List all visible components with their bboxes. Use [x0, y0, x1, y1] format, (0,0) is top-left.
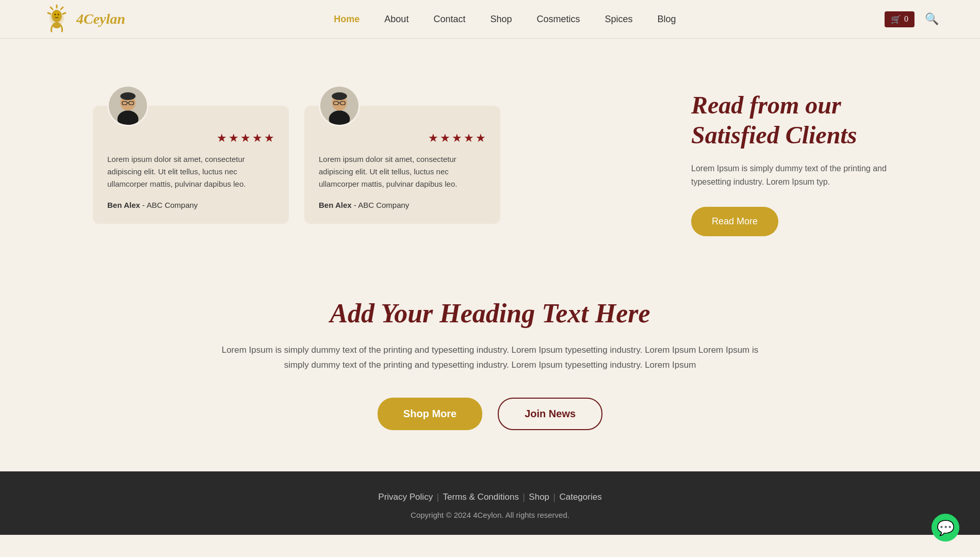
- testimonial-card-1: ★ ★ ★ ★ ★ Lorem ipsum dolor sit amet, co…: [93, 106, 289, 224]
- cart-button[interactable]: 🛒 0: [885, 11, 914, 27]
- shop-more-button[interactable]: Shop More: [378, 398, 482, 430]
- avatar-svg-1: [109, 85, 147, 126]
- star-1: ★: [217, 132, 227, 145]
- testimonials-heading-line2: Satisfied Clients: [691, 121, 857, 149]
- testimonials-right: Read from our Satisfied Clients Lorem Ip…: [671, 80, 887, 236]
- avatar-svg-2: [320, 85, 358, 126]
- nav-about[interactable]: About: [384, 14, 409, 25]
- header: 4Ceylan Home About Contact Shop Cosmetic…: [0, 0, 980, 39]
- testimonial-text-2: Lorem ipsum dolor sit amet, consectetur …: [319, 153, 486, 190]
- svg-point-10: [53, 22, 61, 28]
- svg-point-8: [55, 14, 56, 15]
- cta-buttons: Shop More Join News: [93, 398, 887, 430]
- footer-sep-2: |: [523, 492, 525, 502]
- nav-home[interactable]: Home: [334, 14, 360, 25]
- nav-spices[interactable]: Spices: [605, 14, 633, 25]
- cart-icon: 🛒: [891, 14, 901, 24]
- svg-line-6: [63, 13, 66, 14]
- search-button[interactable]: 🔍: [925, 12, 939, 26]
- footer-sep-1: |: [437, 492, 438, 502]
- cart-count: 0: [904, 14, 908, 24]
- main-nav: Home About Contact Shop Cosmetics Spices…: [334, 14, 676, 25]
- testimonial-author-1: Ben Alex - ABC Company: [107, 201, 274, 209]
- footer: Privacy Policy | Terms & Conditions | Sh…: [0, 471, 980, 535]
- testimonial-card-2: ★ ★ ★ ★ ★ Lorem ipsum dolor sit amet, co…: [304, 106, 500, 224]
- footer-sep-3: |: [553, 492, 555, 502]
- stars-row-1: ★ ★ ★ ★ ★: [107, 132, 274, 145]
- nav-blog[interactable]: Blog: [658, 14, 676, 25]
- read-more-button[interactable]: Read More: [691, 207, 778, 236]
- cta-heading: Add Your Heading Text Here: [93, 298, 887, 329]
- logo-icon: [41, 4, 72, 35]
- footer-link-categories[interactable]: Categories: [559, 492, 601, 502]
- star-8: ★: [452, 132, 462, 145]
- testimonials-description: Lorem Ipsum is simply dummy text of the …: [691, 162, 887, 188]
- author-company-1: - ABC Company: [142, 201, 198, 209]
- star-9: ★: [464, 132, 474, 145]
- nav-cosmetics[interactable]: Cosmetics: [536, 14, 580, 25]
- avatar-wrapper-1: [107, 85, 149, 126]
- testimonial-text-1: Lorem ipsum dolor sit amet, consectetur …: [107, 153, 274, 190]
- cta-section: Add Your Heading Text Here Lorem Ipsum i…: [0, 267, 980, 471]
- logo-text: 4Ceylan: [76, 11, 125, 27]
- avatar-1: [107, 85, 149, 126]
- star-6: ★: [428, 132, 438, 145]
- star-2: ★: [228, 132, 239, 145]
- footer-link-privacy[interactable]: Privacy Policy: [378, 492, 433, 502]
- testimonial-cards: ★ ★ ★ ★ ★ Lorem ipsum dolor sit amet, co…: [93, 80, 650, 224]
- svg-point-21: [332, 92, 347, 100]
- star-7: ★: [440, 132, 450, 145]
- nav-right: 🛒 0 🔍: [885, 11, 939, 27]
- footer-link-shop[interactable]: Shop: [529, 492, 549, 502]
- footer-links: Privacy Policy | Terms & Conditions | Sh…: [41, 492, 939, 502]
- star-3: ★: [240, 132, 251, 145]
- logo[interactable]: 4Ceylan: [41, 4, 125, 35]
- svg-point-9: [58, 14, 59, 15]
- author-company-2: - ABC Company: [354, 201, 410, 209]
- testimonials-heading: Read from our Satisfied Clients: [691, 90, 887, 150]
- avatar-2: [319, 85, 360, 126]
- footer-link-terms[interactable]: Terms & Conditions: [443, 492, 519, 502]
- svg-line-4: [61, 7, 63, 9]
- join-news-button[interactable]: Join News: [498, 398, 602, 430]
- testimonial-author-2: Ben Alex - ABC Company: [319, 201, 486, 209]
- whatsapp-button[interactable]: 💬: [932, 514, 959, 542]
- cta-description: Lorem Ipsum is simply dummy text of the …: [211, 343, 769, 373]
- nav-shop[interactable]: Shop: [490, 14, 512, 25]
- svg-line-7: [48, 13, 51, 14]
- testimonials-section: ★ ★ ★ ★ ★ Lorem ipsum dolor sit amet, co…: [0, 39, 980, 267]
- whatsapp-icon: 💬: [937, 519, 955, 536]
- star-5: ★: [264, 132, 274, 145]
- svg-point-14: [120, 92, 136, 100]
- stars-row-2: ★ ★ ★ ★ ★: [319, 132, 486, 145]
- star-4: ★: [252, 132, 263, 145]
- footer-copyright: Copyright © 2024 4Ceylon. All rights res…: [41, 511, 939, 519]
- svg-line-5: [51, 7, 53, 9]
- author-name-2: Ben Alex: [319, 201, 352, 209]
- testimonials-heading-line1: Read from our: [691, 91, 841, 119]
- author-name-1: Ben Alex: [107, 201, 140, 209]
- avatar-wrapper-2: [319, 85, 360, 126]
- nav-contact[interactable]: Contact: [433, 14, 465, 25]
- star-10: ★: [476, 132, 486, 145]
